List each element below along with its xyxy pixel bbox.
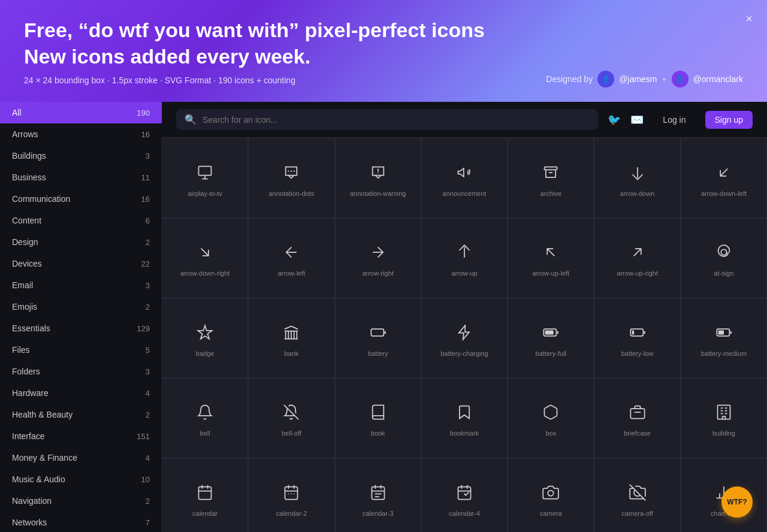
icon-cell-arrow-down-right[interactable]: arrow-down-right (162, 218, 248, 298)
calendar-4-icon (456, 484, 473, 504)
sidebar-item-navigation[interactable]: Navigation2 (0, 490, 162, 512)
icon-cell-calendar-3[interactable]: calendar-3 (335, 458, 421, 532)
sidebar-item-networks[interactable]: Networks7 (0, 512, 162, 532)
icon-cell-at-sign[interactable]: at-sign (681, 218, 767, 298)
sidebar-label: Emojis (12, 302, 37, 312)
sidebar-count: 2 (146, 303, 150, 312)
icon-cell-bell-off[interactable]: bell-off (248, 378, 334, 458)
icon-label: archive (540, 190, 561, 197)
sidebar-item-health---beauty[interactable]: Health & Beauty2 (0, 404, 162, 425)
sidebar-item-files[interactable]: Files5 (0, 339, 162, 361)
sidebar-count: 2 (146, 238, 150, 247)
sidebar-item-communication[interactable]: Communication16 (0, 188, 162, 210)
sidebar-count: 3 (146, 281, 150, 290)
icon-cell-arrow-right[interactable]: arrow-right (335, 218, 421, 298)
sidebar-item-essentials[interactable]: Essentials129 (0, 318, 162, 339)
icon-cell-box[interactable]: box (508, 378, 594, 458)
icon-cell-bookmark[interactable]: bookmark (421, 378, 508, 458)
sidebar-item-all[interactable]: All190 (0, 102, 162, 123)
close-button[interactable]: × (745, 12, 753, 26)
icon-label: badge (196, 350, 215, 357)
icon-cell-calendar-2[interactable]: calendar-2 (248, 458, 334, 532)
icon-cell-camera-off[interactable]: camera-off (594, 458, 680, 532)
sidebar-item-music---audio[interactable]: Music & Audio10 (0, 468, 162, 490)
icon-cell-announcement[interactable]: announcement (421, 138, 508, 218)
icon-cell-arrow-left[interactable]: arrow-left (248, 218, 334, 298)
svg-rect-18 (458, 487, 470, 500)
icon-label: arrow-down-left (701, 190, 747, 197)
arrow-up-icon (456, 244, 473, 264)
sidebar-label: Navigation (12, 496, 52, 506)
icon-label: airplay-to-tv (188, 190, 222, 197)
sidebar-item-content[interactable]: Content6 (0, 210, 162, 231)
sidebar-item-email[interactable]: Email3 (0, 274, 162, 296)
sidebar-count: 2 (146, 497, 150, 506)
login-button[interactable]: Log in (653, 111, 695, 129)
icon-label: calendar-3 (363, 510, 394, 517)
icon-cell-bell[interactable]: bell (162, 378, 248, 458)
icon-cell-camera[interactable]: camera (508, 458, 594, 532)
sidebar-count: 4 (146, 389, 150, 398)
icon-cell-battery-medium[interactable]: battery-medium (681, 298, 767, 379)
sidebar-item-buildings[interactable]: Buildings3 (0, 145, 162, 167)
icon-label: book (371, 430, 385, 437)
email-icon[interactable]: ✉️ (630, 113, 644, 126)
icon-cell-archive[interactable]: archive (508, 138, 594, 218)
sidebar-label: Buildings (12, 151, 46, 161)
sidebar-item-folders[interactable]: Folders3 (0, 361, 162, 382)
banner-credit: Designed by 👤 @jamesm + 👤 @ormanclark (546, 71, 743, 87)
sidebar-item-money---finance[interactable]: Money & Finance4 (0, 447, 162, 468)
twitter-icon[interactable]: 🐦 (608, 113, 621, 126)
icon-cell-calendar-4[interactable]: calendar-4 (421, 458, 508, 532)
icon-cell-bank[interactable]: bank (248, 298, 334, 379)
briefcase-icon (629, 404, 646, 424)
icon-cell-battery-full[interactable]: battery-full (508, 298, 594, 379)
sidebar-count: 10 (141, 475, 150, 484)
avatar-james: 👤 (597, 71, 614, 87)
icon-cell-arrow-up[interactable]: arrow-up (421, 218, 508, 298)
credit-label: Designed by (546, 74, 593, 84)
icon-cell-calendar[interactable]: calendar (162, 458, 248, 532)
sidebar-label: Files (12, 345, 30, 355)
icon-cell-arrow-up-left[interactable]: arrow-up-left (508, 218, 594, 298)
icon-cell-arrow-up-right[interactable]: arrow-up-right (594, 218, 680, 298)
icon-cell-battery[interactable]: battery (335, 298, 421, 379)
sidebar-item-devices[interactable]: Devices22 (0, 253, 162, 274)
icon-label: arrow-up-left (532, 270, 569, 277)
sidebar-item-hardware[interactable]: Hardware4 (0, 382, 162, 404)
icon-cell-battery-charging[interactable]: battery-charging (421, 298, 508, 379)
sidebar-count: 22 (141, 259, 150, 268)
icon-cell-annotation-dots[interactable]: annotation-dots (248, 138, 334, 218)
icon-cell-arrow-down[interactable]: arrow-down (594, 138, 680, 218)
icon-cell-annotation-warning[interactable]: annotation-warning (335, 138, 421, 218)
icon-cell-book[interactable]: book (335, 378, 421, 458)
battery-charging-icon (456, 324, 473, 344)
icon-cell-building[interactable]: building (681, 378, 767, 458)
icon-cell-briefcase[interactable]: briefcase (594, 378, 680, 458)
svg-point-2 (291, 170, 292, 171)
wtf-button[interactable]: WTF? (721, 486, 753, 518)
calendar-icon (197, 484, 213, 504)
arrow-up-left-icon (542, 244, 559, 264)
svg-point-3 (294, 170, 295, 171)
box-icon (542, 404, 559, 424)
sidebar-item-interface[interactable]: Interface151 (0, 425, 162, 447)
sidebar-label: Health & Beauty (12, 410, 73, 419)
icon-cell-battery-low[interactable]: battery-low (594, 298, 680, 379)
svg-rect-0 (199, 166, 212, 175)
icon-cell-arrow-down-left[interactable]: arrow-down-left (681, 138, 767, 218)
icon-cell-badge[interactable]: badge (162, 298, 248, 379)
sidebar-item-arrows[interactable]: Arrows16 (0, 123, 162, 145)
icon-cell-airplay-to-tv[interactable]: airplay-to-tv (162, 138, 248, 218)
sidebar-item-emojis[interactable]: Emojis2 (0, 296, 162, 318)
signup-button[interactable]: Sign up (705, 111, 753, 129)
sidebar-item-business[interactable]: Business11 (0, 167, 162, 188)
search-input[interactable] (203, 115, 590, 125)
sidebar-item-design[interactable]: Design2 (0, 231, 162, 253)
icon-label: annotation-dots (269, 190, 315, 197)
sidebar-count: 6 (146, 216, 150, 225)
bank-icon (283, 324, 300, 344)
icon-label: camera-off (621, 510, 653, 517)
icon-label: arrow-left (278, 270, 306, 277)
icon-label: battery-medium (701, 350, 747, 357)
